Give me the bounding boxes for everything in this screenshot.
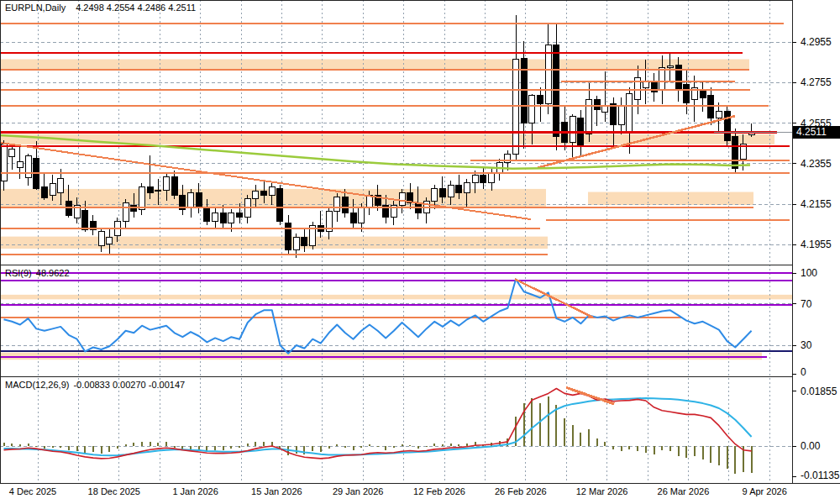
candle-body-down [82, 210, 88, 229]
candle-body-up [107, 238, 113, 244]
chart-title: EURPLN,Daily4.2498 4.2554 4.2486 4.2511 [5, 3, 196, 13]
date-axis-label: 26 Feb 2026 [495, 486, 547, 496]
candle-body-down [131, 205, 137, 211]
macd-values: -0.00833 0.00270 -0.00147 [73, 380, 185, 390]
candle-body-up [293, 238, 299, 249]
candle-body-up [139, 186, 144, 209]
date-axis-label: 12 Feb 2026 [413, 486, 465, 496]
candle-body-up [155, 190, 161, 191]
candle-body-up [627, 94, 633, 133]
candle-body-down [724, 111, 730, 140]
candle-body-down [237, 213, 243, 218]
candle-body-up [513, 60, 519, 155]
candle-body-down [286, 223, 291, 249]
candle-body-down [277, 189, 283, 222]
candle-body-up [17, 161, 23, 167]
candle-body-down [261, 191, 267, 195]
candle-body-up [464, 183, 470, 193]
chart-canvas[interactable] [0, 0, 840, 504]
macd-name: MACD(12,26,9) [5, 380, 69, 390]
candle-body-down [147, 186, 153, 192]
ohlc-readout: 4.2498 4.2554 4.2486 4.2511 [76, 3, 196, 13]
rsi-axis-label: 100 [801, 267, 817, 279]
price-axis-label: 4.2355 [801, 158, 832, 170]
candle-body-up [123, 203, 129, 222]
candle-body-down [684, 85, 690, 103]
candle-body-up [667, 66, 673, 67]
candle-body-down [708, 96, 714, 118]
candle-body-up [188, 193, 194, 207]
candle-body-down [521, 58, 527, 123]
candle-body-up [643, 81, 648, 87]
macd-axis-label: 0.00 [801, 440, 820, 452]
candle-body-down [594, 100, 600, 110]
candle-body-up [529, 96, 535, 123]
candle-body-down [611, 104, 617, 125]
rsi-axis-label: 30 [801, 339, 811, 351]
price-axis-label: 4.2555 [801, 118, 832, 129]
candle-body-up [489, 173, 495, 183]
date-axis-label: 15 Jan 2026 [251, 486, 302, 496]
rsi-axis-label: 70 [801, 298, 811, 310]
macd-line [4, 389, 752, 459]
price-axis-label: 4.2155 [801, 198, 832, 210]
candle-body-up [432, 189, 438, 201]
candle-body-up [9, 150, 15, 156]
candle-body-up [98, 232, 104, 246]
candle-body-up [716, 111, 722, 118]
candle-body-up [659, 67, 665, 90]
candle-body-up [58, 179, 64, 193]
candle-body-down [302, 238, 307, 246]
rsi-indicator-label: RSI(9)48.9622 [5, 268, 70, 278]
candle-body-down [439, 189, 445, 197]
candle-body-down [350, 213, 356, 223]
symbol-period-label: EURPLN,Daily [5, 3, 66, 13]
candle-body-up [618, 106, 624, 125]
candle-body-down [220, 213, 226, 223]
candle-body-up [164, 176, 170, 190]
candle-body-down [554, 45, 559, 137]
candle-body-up [602, 106, 608, 112]
date-axis-label: 12 Mar 2026 [576, 486, 628, 496]
date-axis-label: 26 Mar 2026 [658, 486, 710, 496]
date-axis-label: 4 Dec 2025 [9, 486, 56, 496]
rsi-name: RSI(9) [5, 268, 32, 278]
support-resistance-zone [0, 237, 548, 249]
candle-body-up [586, 100, 592, 134]
candle-body-up [334, 197, 340, 212]
trading-chart-window: EURPLN,Daily4.2498 4.2554 4.2486 4.2511 … [0, 0, 840, 504]
date-axis-label: 9 Apr 2026 [743, 486, 787, 496]
candle-body-down [34, 159, 39, 189]
macd-signal-line [4, 398, 752, 455]
candle-body-up [253, 191, 259, 199]
date-axis-label: 29 Jan 2026 [333, 486, 384, 496]
candle-body-down [456, 185, 462, 193]
candle-body-up [472, 175, 478, 183]
candle-body-up [50, 184, 55, 195]
candle-body-up [399, 193, 405, 205]
macd-axis-label: 0.01855 [801, 386, 837, 397]
rsi-value: 48.9622 [36, 268, 70, 278]
candle-body-up [448, 185, 454, 197]
candle-body-down [415, 203, 421, 213]
rsi-axis-label: 0 [801, 366, 806, 378]
price-axis-label: 4.2755 [801, 76, 832, 88]
candle-body-down [732, 136, 738, 169]
candle-body-up [228, 213, 234, 223]
candle-body-up [244, 199, 250, 218]
candle-body-up [213, 213, 218, 222]
candle-body-down [480, 175, 486, 183]
rsi-curve [4, 279, 752, 354]
candle-body-down [538, 96, 543, 104]
price-axis-label: 4.2955 [801, 36, 832, 48]
candle-body-down [171, 176, 177, 195]
candle-body-down [41, 186, 47, 197]
macd-axis-label: -0.01135 [801, 470, 839, 481]
date-axis-label: 1 Jan 2026 [172, 486, 218, 496]
candle-body-down [700, 90, 706, 98]
date-axis-label: 18 Dec 2025 [88, 486, 140, 496]
candle-body-up [269, 186, 275, 195]
price-axis-label: 4.1955 [801, 239, 832, 250]
candle-body-up [570, 116, 575, 142]
candle-body-down [196, 193, 202, 207]
